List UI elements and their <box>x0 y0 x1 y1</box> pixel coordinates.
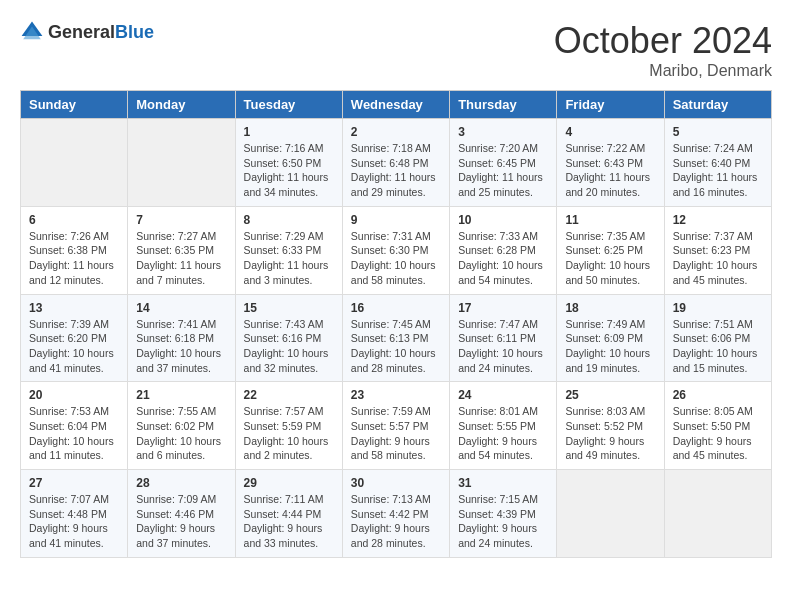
day-info: Sunrise: 7:49 AM Sunset: 6:09 PM Dayligh… <box>565 317 655 376</box>
calendar-cell: 2Sunrise: 7:18 AM Sunset: 6:48 PM Daylig… <box>342 119 449 207</box>
calendar-cell: 27Sunrise: 7:07 AM Sunset: 4:48 PM Dayli… <box>21 470 128 558</box>
day-info: Sunrise: 7:45 AM Sunset: 6:13 PM Dayligh… <box>351 317 441 376</box>
day-info: Sunrise: 7:07 AM Sunset: 4:48 PM Dayligh… <box>29 492 119 551</box>
calendar-cell <box>557 470 664 558</box>
day-number: 7 <box>136 213 226 227</box>
day-number: 20 <box>29 388 119 402</box>
day-info: Sunrise: 7:24 AM Sunset: 6:40 PM Dayligh… <box>673 141 763 200</box>
day-info: Sunrise: 7:29 AM Sunset: 6:33 PM Dayligh… <box>244 229 334 288</box>
calendar-cell: 9Sunrise: 7:31 AM Sunset: 6:30 PM Daylig… <box>342 206 449 294</box>
day-number: 30 <box>351 476 441 490</box>
calendar-cell <box>664 470 771 558</box>
calendar-cell: 12Sunrise: 7:37 AM Sunset: 6:23 PM Dayli… <box>664 206 771 294</box>
page-header: GeneralBlue October 2024 Maribo, Denmark <box>20 20 772 80</box>
calendar-cell: 31Sunrise: 7:15 AM Sunset: 4:39 PM Dayli… <box>450 470 557 558</box>
day-of-week-header: Friday <box>557 91 664 119</box>
day-number: 8 <box>244 213 334 227</box>
calendar-week-row: 27Sunrise: 7:07 AM Sunset: 4:48 PM Dayli… <box>21 470 772 558</box>
logo-blue: Blue <box>115 22 154 42</box>
calendar-cell: 22Sunrise: 7:57 AM Sunset: 5:59 PM Dayli… <box>235 382 342 470</box>
day-number: 10 <box>458 213 548 227</box>
day-info: Sunrise: 7:47 AM Sunset: 6:11 PM Dayligh… <box>458 317 548 376</box>
day-number: 21 <box>136 388 226 402</box>
day-info: Sunrise: 8:05 AM Sunset: 5:50 PM Dayligh… <box>673 404 763 463</box>
day-info: Sunrise: 7:39 AM Sunset: 6:20 PM Dayligh… <box>29 317 119 376</box>
calendar-cell: 1Sunrise: 7:16 AM Sunset: 6:50 PM Daylig… <box>235 119 342 207</box>
calendar-week-row: 6Sunrise: 7:26 AM Sunset: 6:38 PM Daylig… <box>21 206 772 294</box>
calendar-cell: 29Sunrise: 7:11 AM Sunset: 4:44 PM Dayli… <box>235 470 342 558</box>
logo-icon <box>20 20 44 44</box>
day-number: 17 <box>458 301 548 315</box>
calendar-cell: 13Sunrise: 7:39 AM Sunset: 6:20 PM Dayli… <box>21 294 128 382</box>
calendar-cell: 14Sunrise: 7:41 AM Sunset: 6:18 PM Dayli… <box>128 294 235 382</box>
day-number: 3 <box>458 125 548 139</box>
month-title: October 2024 <box>554 20 772 62</box>
day-number: 16 <box>351 301 441 315</box>
day-info: Sunrise: 7:31 AM Sunset: 6:30 PM Dayligh… <box>351 229 441 288</box>
day-number: 25 <box>565 388 655 402</box>
location-title: Maribo, Denmark <box>554 62 772 80</box>
calendar-body: 1Sunrise: 7:16 AM Sunset: 6:50 PM Daylig… <box>21 119 772 558</box>
day-number: 31 <box>458 476 548 490</box>
day-of-week-header: Wednesday <box>342 91 449 119</box>
day-of-week-header: Thursday <box>450 91 557 119</box>
day-number: 23 <box>351 388 441 402</box>
day-info: Sunrise: 7:26 AM Sunset: 6:38 PM Dayligh… <box>29 229 119 288</box>
calendar-header-row: SundayMondayTuesdayWednesdayThursdayFrid… <box>21 91 772 119</box>
day-info: Sunrise: 7:35 AM Sunset: 6:25 PM Dayligh… <box>565 229 655 288</box>
logo-general: General <box>48 22 115 42</box>
day-number: 27 <box>29 476 119 490</box>
calendar-cell: 8Sunrise: 7:29 AM Sunset: 6:33 PM Daylig… <box>235 206 342 294</box>
calendar-cell: 25Sunrise: 8:03 AM Sunset: 5:52 PM Dayli… <box>557 382 664 470</box>
calendar-cell: 10Sunrise: 7:33 AM Sunset: 6:28 PM Dayli… <box>450 206 557 294</box>
calendar-cell: 23Sunrise: 7:59 AM Sunset: 5:57 PM Dayli… <box>342 382 449 470</box>
day-number: 24 <box>458 388 548 402</box>
day-of-week-header: Monday <box>128 91 235 119</box>
calendar-cell: 6Sunrise: 7:26 AM Sunset: 6:38 PM Daylig… <box>21 206 128 294</box>
day-number: 11 <box>565 213 655 227</box>
calendar-cell: 24Sunrise: 8:01 AM Sunset: 5:55 PM Dayli… <box>450 382 557 470</box>
calendar-cell: 3Sunrise: 7:20 AM Sunset: 6:45 PM Daylig… <box>450 119 557 207</box>
day-number: 1 <box>244 125 334 139</box>
day-number: 12 <box>673 213 763 227</box>
day-number: 15 <box>244 301 334 315</box>
day-number: 28 <box>136 476 226 490</box>
day-of-week-header: Sunday <box>21 91 128 119</box>
day-info: Sunrise: 7:27 AM Sunset: 6:35 PM Dayligh… <box>136 229 226 288</box>
day-info: Sunrise: 7:41 AM Sunset: 6:18 PM Dayligh… <box>136 317 226 376</box>
day-info: Sunrise: 7:43 AM Sunset: 6:16 PM Dayligh… <box>244 317 334 376</box>
calendar-cell: 30Sunrise: 7:13 AM Sunset: 4:42 PM Dayli… <box>342 470 449 558</box>
day-info: Sunrise: 7:13 AM Sunset: 4:42 PM Dayligh… <box>351 492 441 551</box>
day-number: 19 <box>673 301 763 315</box>
day-info: Sunrise: 7:33 AM Sunset: 6:28 PM Dayligh… <box>458 229 548 288</box>
calendar-week-row: 1Sunrise: 7:16 AM Sunset: 6:50 PM Daylig… <box>21 119 772 207</box>
day-number: 13 <box>29 301 119 315</box>
calendar-cell: 15Sunrise: 7:43 AM Sunset: 6:16 PM Dayli… <box>235 294 342 382</box>
day-info: Sunrise: 7:51 AM Sunset: 6:06 PM Dayligh… <box>673 317 763 376</box>
calendar-cell: 4Sunrise: 7:22 AM Sunset: 6:43 PM Daylig… <box>557 119 664 207</box>
calendar-table: SundayMondayTuesdayWednesdayThursdayFrid… <box>20 90 772 558</box>
day-of-week-header: Saturday <box>664 91 771 119</box>
logo-text: GeneralBlue <box>48 22 154 43</box>
day-info: Sunrise: 7:55 AM Sunset: 6:02 PM Dayligh… <box>136 404 226 463</box>
day-info: Sunrise: 7:22 AM Sunset: 6:43 PM Dayligh… <box>565 141 655 200</box>
day-number: 4 <box>565 125 655 139</box>
logo: GeneralBlue <box>20 20 154 44</box>
day-number: 6 <box>29 213 119 227</box>
calendar-cell: 19Sunrise: 7:51 AM Sunset: 6:06 PM Dayli… <box>664 294 771 382</box>
calendar-cell <box>128 119 235 207</box>
day-number: 22 <box>244 388 334 402</box>
day-info: Sunrise: 7:18 AM Sunset: 6:48 PM Dayligh… <box>351 141 441 200</box>
day-of-week-header: Tuesday <box>235 91 342 119</box>
calendar-cell: 28Sunrise: 7:09 AM Sunset: 4:46 PM Dayli… <box>128 470 235 558</box>
day-number: 5 <box>673 125 763 139</box>
day-info: Sunrise: 8:01 AM Sunset: 5:55 PM Dayligh… <box>458 404 548 463</box>
day-info: Sunrise: 7:09 AM Sunset: 4:46 PM Dayligh… <box>136 492 226 551</box>
title-block: October 2024 Maribo, Denmark <box>554 20 772 80</box>
calendar-cell: 17Sunrise: 7:47 AM Sunset: 6:11 PM Dayli… <box>450 294 557 382</box>
day-info: Sunrise: 7:59 AM Sunset: 5:57 PM Dayligh… <box>351 404 441 463</box>
calendar-cell: 16Sunrise: 7:45 AM Sunset: 6:13 PM Dayli… <box>342 294 449 382</box>
calendar-cell: 18Sunrise: 7:49 AM Sunset: 6:09 PM Dayli… <box>557 294 664 382</box>
calendar-cell: 26Sunrise: 8:05 AM Sunset: 5:50 PM Dayli… <box>664 382 771 470</box>
day-info: Sunrise: 7:37 AM Sunset: 6:23 PM Dayligh… <box>673 229 763 288</box>
